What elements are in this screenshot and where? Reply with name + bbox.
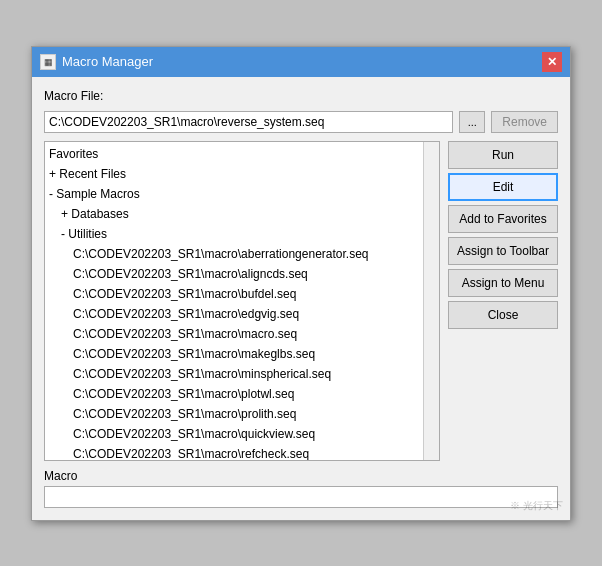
window-title: Macro Manager — [62, 54, 153, 69]
tree-panel[interactable]: Favorites+ Recent Files- Sample Macros+ … — [44, 141, 440, 461]
run-button[interactable]: Run — [448, 141, 558, 169]
tree-item[interactable]: C:\CODEV202203_SR1\macro\prolith.seq — [45, 404, 423, 424]
tree-item[interactable]: C:\CODEV202203_SR1\macro\bufdel.seq — [45, 284, 423, 304]
browse-button[interactable]: ... — [459, 111, 485, 133]
tree-item[interactable]: - Utilities — [45, 224, 423, 244]
tree-item[interactable]: - Sample Macros — [45, 184, 423, 204]
tree-item[interactable]: C:\CODEV202203_SR1\macro\refcheck.seq — [45, 444, 423, 461]
macro-file-input-row: ... Remove — [44, 111, 558, 133]
tree-item[interactable]: C:\CODEV202203_SR1\macro\aligncds.seq — [45, 264, 423, 284]
tree-item[interactable]: C:\CODEV202203_SR1\macro\quickview.seq — [45, 424, 423, 444]
app-icon: ▦ — [40, 54, 56, 70]
macro-label: Macro — [44, 469, 558, 483]
edit-button[interactable]: Edit — [448, 173, 558, 201]
app-icon-symbol: ▦ — [44, 57, 53, 67]
macro-file-row: Macro File: — [44, 89, 558, 103]
tree-item[interactable]: C:\CODEV202203_SR1\macro\macro.seq — [45, 324, 423, 344]
add-to-favorites-button[interactable]: Add to Favorites — [448, 205, 558, 233]
title-bar: ▦ Macro Manager ✕ — [32, 47, 570, 77]
remove-button[interactable]: Remove — [491, 111, 558, 133]
tree-item[interactable]: C:\CODEV202203_SR1\macro\plotwl.seq — [45, 384, 423, 404]
macro-input[interactable] — [44, 486, 558, 508]
macro-file-input[interactable] — [44, 111, 453, 133]
watermark: ※ 光行天下 — [510, 499, 563, 513]
close-button[interactable]: Close — [448, 301, 558, 329]
tree-item[interactable]: C:\CODEV202203_SR1\macro\edgvig.seq — [45, 304, 423, 324]
tree-item[interactable]: C:\CODEV202203_SR1\macro\aberrationgener… — [45, 244, 423, 264]
main-area: Favorites+ Recent Files- Sample Macros+ … — [44, 141, 558, 461]
window-body: Macro File: ... Remove Favorites+ Recent… — [32, 77, 570, 520]
macro-manager-window: ▦ Macro Manager ✕ Macro File: ... Remove… — [31, 46, 571, 521]
scrollbar[interactable] — [423, 142, 439, 460]
macro-section: Macro — [44, 469, 558, 508]
assign-to-toolbar-button[interactable]: Assign to Toolbar — [448, 237, 558, 265]
buttons-panel: Run Edit Add to Favorites Assign to Tool… — [448, 141, 558, 461]
title-bar-left: ▦ Macro Manager — [40, 54, 153, 70]
assign-to-menu-button[interactable]: Assign to Menu — [448, 269, 558, 297]
window-close-button[interactable]: ✕ — [542, 52, 562, 72]
tree-item[interactable]: + Databases — [45, 204, 423, 224]
macro-file-label: Macro File: — [44, 89, 103, 103]
tree-item[interactable]: C:\CODEV202203_SR1\macro\minspherical.se… — [45, 364, 423, 384]
tree-item[interactable]: + Recent Files — [45, 164, 423, 184]
tree-item[interactable]: C:\CODEV202203_SR1\macro\makeglbs.seq — [45, 344, 423, 364]
tree-item[interactable]: Favorites — [45, 144, 423, 164]
tree-content: Favorites+ Recent Files- Sample Macros+ … — [45, 142, 423, 461]
